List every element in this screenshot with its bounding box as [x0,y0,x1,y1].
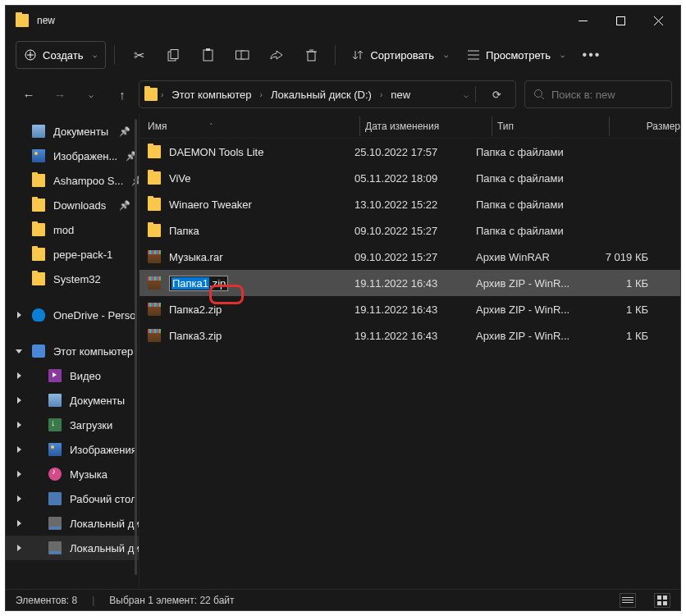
file-name: Папка2.zip [169,303,222,316]
sidebar-item[interactable]: System32 [6,267,139,291]
delete-button[interactable] [295,41,327,69]
svg-line-20 [542,97,544,99]
scissors-icon: ✂ [134,48,144,63]
recent-button[interactable]: ⌵ [76,80,106,109]
sidebar[interactable]: Документы📌Изображен...📌Ashampoo S...📌Dow… [6,114,139,589]
sidebar-item[interactable]: Downloads📌 [6,193,139,217]
more-button[interactable]: ••• [576,41,607,69]
copy-button[interactable] [158,41,189,69]
sort-button[interactable]: Сортировать ⌵ [344,41,456,69]
column-type[interactable]: Тип [497,121,604,132]
svg-rect-8 [171,49,178,58]
sidebar-item[interactable]: OneDrive - Perso [6,303,139,327]
file-list[interactable]: DAEMON Tools Lite25.10.2022 17:57Папка с… [139,139,680,589]
file-row[interactable]: ViVe05.11.2022 18:09Папка с файлами [139,165,680,191]
back-button[interactable]: ← [14,80,43,109]
column-name[interactable]: Имя˄ [148,121,354,132]
disk-icon [48,541,62,554]
sidebar-item[interactable]: Рабочий стол [6,486,139,511]
sidebar-item[interactable]: Документы [6,388,139,413]
close-button[interactable] [639,7,677,34]
sidebar-item[interactable]: Изображения [6,437,139,462]
mus-icon [48,468,62,481]
view-tiles-button[interactable] [654,593,670,608]
search-icon [533,89,545,100]
doc-icon [32,125,45,138]
img-icon [32,149,45,162]
chevron-down-icon: ⌵ [560,51,565,59]
file-row[interactable]: Музыка.rar09.10.2022 15:27Архив WinRAR7 … [139,244,680,270]
sidebar-item[interactable]: Изображен...📌 [6,144,139,168]
share-button[interactable] [261,41,292,69]
file-row[interactable]: Папка09.10.2022 15:27Папка с файлами [139,217,680,244]
sidebar-item[interactable]: Ashampoo S...📌 [6,168,139,193]
sidebar-item[interactable]: Этот компьютер [6,339,139,363]
search-input[interactable]: Поиск в: new [524,80,672,108]
sidebar-item[interactable]: Загрузки [6,413,139,437]
paste-button[interactable] [192,41,223,69]
status-selected: Выбран 1 элемент: 22 байт [109,595,234,606]
folder-icon [16,14,29,27]
dl-icon [48,418,62,431]
sidebar-item[interactable]: mod [6,217,139,242]
folder-icon [32,198,45,212]
rename-input[interactable]: Папка1.zip [169,276,228,291]
maximize-button[interactable] [601,7,639,34]
file-date: 13.10.2022 15:22 [354,198,476,211]
forward-button[interactable]: → [45,80,75,109]
minimize-button[interactable] [564,7,601,34]
sidebar-item-label: System32 [53,273,101,285]
pc-icon [32,345,45,358]
sidebar-item-label: OneDrive - Perso [53,309,135,322]
sidebar-item[interactable]: Документы📌 [6,119,139,144]
breadcrumb[interactable]: › Этот компьютер › Локальный диск (D:) ›… [139,80,516,108]
file-row[interactable]: DAEMON Tools Lite25.10.2022 17:57Папка с… [139,139,680,165]
sidebar-item[interactable]: pepe-pack-1 [6,242,139,267]
content-pane: Имя˄ Дата изменения Тип Размер DAEMON To… [139,114,680,589]
status-bar: Элементов: 8 | Выбран 1 элемент: 22 байт [6,589,680,610]
sidebar-item[interactable]: Видео [6,363,139,388]
rar-icon [148,276,161,290]
folder-icon [144,88,158,101]
file-name: Winaero Tweaker [169,198,252,211]
breadcrumb-folder[interactable]: new [386,89,415,101]
folder-icon [148,198,161,211]
create-button[interactable]: Создать ⌵ [16,41,106,69]
rename-button[interactable] [226,41,258,69]
sidebar-item[interactable]: Локальный ди [6,511,139,536]
sidebar-item[interactable]: Локальный ди [6,536,139,560]
titlebar: new [6,6,680,35]
folder-icon [148,224,161,237]
column-date[interactable]: Дата изменения [365,121,487,132]
refresh-button[interactable]: ⟳ [482,89,510,101]
explorer-window: new Создать ⌵ ✂ Сортировать ⌵ Просмотрет… [5,5,681,611]
file-name: Папка [169,225,199,237]
sidebar-item-label: Документы [70,395,125,407]
breadcrumb-root[interactable]: Этот компьютер [167,89,256,101]
file-size: 7 019 КБ [583,251,648,263]
view-details-button[interactable] [620,593,636,608]
sidebar-item-label: Изображения [70,444,137,456]
sidebar-item-label: Рабочий стол [70,493,137,505]
file-row[interactable]: Папка3.zip19.11.2022 16:43Архив ZIP - Wi… [139,322,680,349]
sidebar-item[interactable]: Музыка [6,462,139,486]
rename-icon [236,49,249,61]
folder-icon [32,223,45,236]
svg-rect-12 [241,51,249,59]
file-row[interactable]: Папка1.zip19.11.2022 16:43Архив ZIP - Wi… [139,270,680,296]
pin-icon: 📌 [131,176,139,186]
breadcrumb-disk[interactable]: Локальный диск (D:) [266,89,377,101]
file-date: 09.10.2022 15:27 [354,225,476,237]
view-button[interactable]: Просмотреть ⌵ [460,41,573,69]
cut-button[interactable]: ✂ [123,41,154,69]
file-row[interactable]: Winaero Tweaker13.10.2022 15:22Папка с ф… [139,191,680,217]
vid-icon [48,369,62,382]
navbar: ← → ⌵ ↑ › Этот компьютер › Локальный дис… [6,75,680,114]
breadcrumb-dropdown[interactable]: ⌵ [464,90,469,99]
file-row[interactable]: Папка2.zip19.11.2022 16:43Архив ZIP - Wi… [139,296,680,322]
sidebar-item-label: pepe-pack-1 [53,249,112,261]
rar-icon [148,329,161,342]
up-button[interactable]: ↑ [107,80,137,109]
folder-icon [32,248,45,261]
column-size[interactable]: Размер [615,121,680,132]
